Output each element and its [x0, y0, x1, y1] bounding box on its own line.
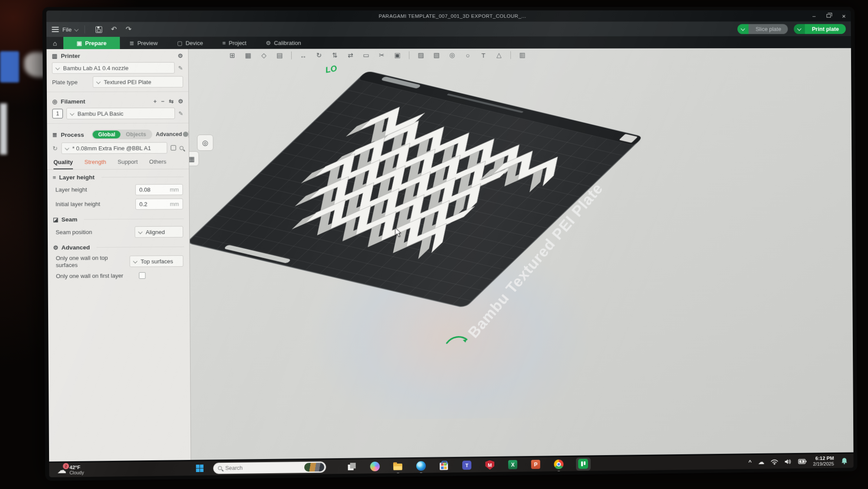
initial-layer-height-input[interactable]: mm — [135, 198, 183, 210]
support-paint-icon[interactable]: ▧ — [431, 50, 442, 60]
mirror-icon[interactable]: ⇄ — [345, 50, 356, 60]
close-button-icon[interactable]: × — [842, 13, 846, 19]
print-dropdown-chevron-icon[interactable] — [794, 24, 805, 34]
save-preset-icon[interactable] — [171, 145, 176, 150]
print-plate-button[interactable]: Print plate — [794, 24, 845, 34]
tray-chevron-up-icon[interactable]: ^ — [748, 459, 752, 465]
teams-icon[interactable]: T — [461, 459, 473, 471]
seam-paint-icon[interactable]: ○ — [462, 50, 473, 60]
plate-type-select[interactable]: Textured PEI Plate — [93, 76, 183, 88]
scale-icon[interactable]: ⇅ — [329, 50, 341, 60]
chevron-down-icon — [65, 146, 69, 150]
cut-icon[interactable]: ✂ — [376, 50, 388, 60]
home-tab[interactable]: ⌂ — [46, 37, 63, 49]
filament-edit-icon[interactable]: ✎ — [178, 110, 183, 116]
add-model-icon[interactable]: ⊞ — [227, 50, 238, 61]
tab-calibration[interactable]: ⚙ Calibration — [256, 36, 311, 49]
printer-edit-icon[interactable]: ✎ — [178, 65, 183, 71]
mcafee-icon[interactable]: M — [484, 459, 496, 470]
move-icon[interactable]: ↔ — [297, 50, 309, 60]
seam-group-header: ◪ Seam — [48, 211, 189, 225]
scope-global[interactable]: Global — [93, 131, 121, 139]
onedrive-icon[interactable]: ☁ — [758, 459, 765, 465]
text-tool-icon[interactable]: T — [477, 50, 489, 60]
redo-icon[interactable]: ↷ — [126, 26, 132, 33]
seam-position-select[interactable]: Aligned — [135, 226, 183, 238]
taskbar-clock[interactable]: 6:12 PM 2/19/2025 — [813, 456, 834, 466]
tab-support[interactable]: Support — [118, 159, 138, 169]
process-preset-row: ↻ * 0.08mm Extra Fine @BBL A1 — [47, 141, 189, 155]
layer-height-field[interactable] — [139, 186, 165, 193]
printer-select[interactable]: Bambu Lab A1 0.4 nozzle — [52, 62, 175, 74]
auto-orient-icon[interactable]: ◇ — [258, 50, 270, 61]
filament-settings-gear-icon[interactable]: ⚙ — [178, 98, 183, 105]
undo-icon[interactable]: ↶ — [111, 26, 117, 33]
powerpoint-icon[interactable]: P — [530, 459, 541, 470]
split-view-icon[interactable]: ▥ — [516, 50, 528, 60]
file-explorer-icon[interactable] — [392, 460, 404, 472]
plate-view-widget[interactable]: ▦ — [189, 151, 199, 166]
3d-viewport[interactable]: ⊞▦◇▤↔↻⇅⇄▭✂▣▨▧◎○T△▥ ◎ ▦ — [189, 48, 854, 460]
minimize-button-icon[interactable]: – — [812, 13, 815, 19]
arrange-icon[interactable]: ▤ — [274, 50, 286, 61]
cloud-icon: ☁ 2 — [57, 465, 67, 474]
excel-icon[interactable]: X — [507, 459, 519, 470]
tab-project[interactable]: ≡ Project — [213, 36, 256, 49]
color-paint-icon[interactable]: ◎ — [446, 50, 458, 60]
printer-settings-gear-icon[interactable]: ⚙ — [178, 53, 183, 59]
layer-height-input[interactable]: mm — [135, 184, 183, 195]
chevron-down-icon — [133, 259, 138, 263]
search-highlight-image[interactable] — [304, 463, 324, 472]
copilot-icon[interactable] — [369, 460, 380, 472]
laptop-screen: PARAGAMI TEMPLATE_007_001_3D EXPORT_COLO… — [46, 10, 854, 477]
only-one-wall-top-select[interactable]: Top surfaces — [130, 255, 184, 267]
reset-preset-icon[interactable]: ↻ — [53, 145, 58, 152]
scope-objects[interactable]: Objects — [121, 130, 151, 138]
volume-icon[interactable] — [785, 459, 792, 465]
add-filament-icon[interactable]: + — [153, 98, 157, 105]
view-orientation-widget[interactable]: ◎ — [197, 135, 214, 151]
clone-icon[interactable]: ▣ — [391, 50, 403, 60]
tab-others[interactable]: Others — [149, 159, 167, 169]
notification-bell-icon[interactable] — [841, 457, 848, 464]
task-view-icon[interactable] — [346, 461, 357, 472]
battery-icon[interactable] — [798, 459, 807, 464]
slice-plate-button[interactable]: Slice plate — [737, 24, 788, 34]
weather-widget[interactable]: ☁ 2 42°F Cloudy — [57, 464, 84, 475]
tab-strength[interactable]: Strength — [85, 159, 106, 169]
file-menu[interactable]: File — [62, 26, 72, 33]
restore-button-icon[interactable] — [827, 14, 831, 18]
bambu-studio-icon[interactable] — [576, 457, 591, 470]
file-chevron-down-icon[interactable] — [74, 27, 79, 31]
printer-section-header: ▥ Printer ⚙ — [46, 49, 188, 61]
tab-device[interactable]: ▢ Device — [168, 37, 213, 49]
search-box[interactable] — [213, 461, 326, 474]
process-preset-select[interactable]: * 0.08mm Extra Fine @BBL A1 — [61, 142, 167, 154]
slice-dropdown-chevron-icon[interactable] — [737, 24, 749, 34]
tab-preview[interactable]: ≣ Preview — [120, 37, 168, 49]
sync-filament-icon[interactable]: ⇆ — [169, 98, 174, 105]
hamburger-menu-icon[interactable] — [52, 27, 59, 32]
wifi-icon[interactable] — [771, 459, 778, 465]
measure-icon[interactable]: △ — [493, 50, 505, 60]
variable-layer-height-icon[interactable]: ▨ — [415, 50, 427, 60]
add-plate-icon[interactable]: ▦ — [242, 50, 254, 61]
tab-prepare[interactable]: ▣ Prepare — [63, 37, 120, 49]
save-icon[interactable] — [95, 26, 102, 33]
only-one-wall-first-layer-checkbox[interactable] — [139, 272, 145, 279]
tab-quality[interactable]: Quality — [53, 159, 73, 169]
microsoft-store-icon[interactable] — [438, 460, 450, 471]
filament-select[interactable]: Bambu PLA Basic — [66, 108, 175, 119]
search-input[interactable] — [225, 464, 301, 471]
rotate-icon[interactable]: ↻ — [313, 50, 325, 60]
chrome-icon[interactable] — [553, 459, 564, 470]
remove-filament-icon[interactable]: − — [161, 98, 164, 105]
edge-icon[interactable] — [415, 460, 427, 471]
initial-layer-height-field[interactable] — [139, 201, 165, 207]
lay-flat-icon[interactable]: ▭ — [360, 50, 372, 60]
preview-icon: ≣ — [129, 40, 134, 46]
filament-slot-badge[interactable]: 1 — [52, 109, 63, 119]
start-button[interactable] — [196, 465, 203, 472]
search-preset-icon[interactable] — [180, 146, 184, 150]
build-plate[interactable] — [189, 71, 643, 307]
